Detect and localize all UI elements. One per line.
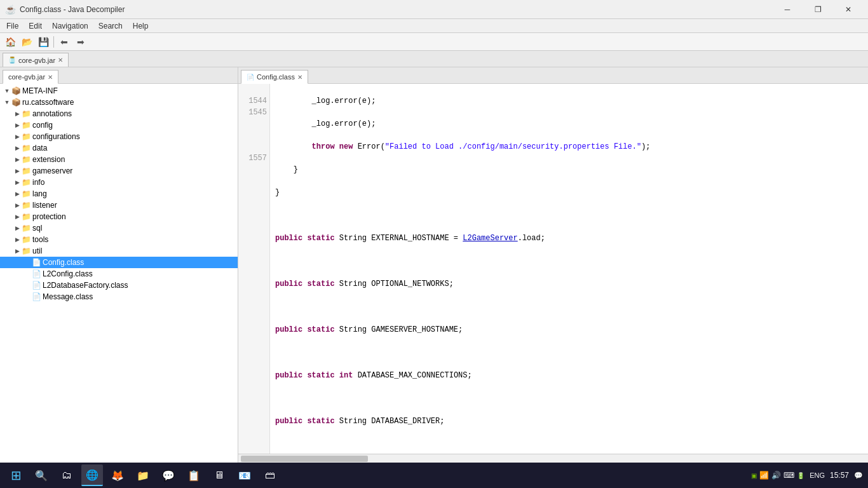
toolbar-home[interactable]: 🏠 xyxy=(3,35,18,49)
horizontal-scrollbar[interactable] xyxy=(238,454,868,463)
tree-icon-metainf: 📦 xyxy=(11,86,21,95)
tree-toggle-ru[interactable]: ▼ xyxy=(3,98,11,107)
tree-node-gameserver[interactable]: ▶ 📁 gameserver xyxy=(0,165,238,177)
keyboard-icon: ⌨ xyxy=(783,471,794,480)
tree-toggle-l2db-class xyxy=(23,281,32,290)
menu-help[interactable]: Help xyxy=(128,19,154,32)
tree-node-l2config-class[interactable]: 📄 L2Config.class xyxy=(0,268,238,280)
toolbar-back[interactable]: ⬅ xyxy=(57,35,72,49)
code-editor[interactable]: 1544 1545 1557 xyxy=(238,84,868,454)
window-controls: ─ ❐ ✕ xyxy=(773,0,863,19)
jar-tab-close[interactable]: ✕ xyxy=(58,57,63,64)
taskbar-firefox[interactable]: 🦊 xyxy=(107,464,128,486)
taskbar-time: 15:57 xyxy=(830,471,849,480)
panel-tab-jar-close[interactable]: ✕ xyxy=(48,74,53,81)
code-tab-close[interactable]: ✕ xyxy=(297,74,302,81)
file-tab-jar[interactable]: 🫙 core-gvb.jar ✕ xyxy=(3,53,69,67)
taskbar-screen[interactable]: 🖥 xyxy=(208,464,230,486)
panel-tab-jar[interactable]: core-gvb.jar ✕ xyxy=(3,70,58,84)
tree-toggle-annotations[interactable]: ▶ xyxy=(13,109,22,118)
main-area: core-gvb.jar ✕ ▼ 📦 META-INF ▼ 📦 ru.catss… xyxy=(0,67,868,463)
tree-toggle-listener[interactable]: ▶ xyxy=(13,201,22,210)
toolbar-save[interactable]: 💾 xyxy=(36,35,51,49)
tree-toggle-l2config-class xyxy=(23,269,32,278)
tree-toggle-extension[interactable]: ▶ xyxy=(13,155,22,164)
menu-file[interactable]: File xyxy=(1,19,24,32)
taskbar-notes[interactable]: 📋 xyxy=(183,464,205,486)
taskbar-start[interactable]: ⊞ xyxy=(5,464,27,486)
battery-icon: 🔋 xyxy=(797,472,804,479)
tree-node-config-class[interactable]: 📄 Config.class xyxy=(0,257,238,268)
title-bar: ☕ Config.class - Java Decompiler ─ ❐ ✕ xyxy=(0,0,868,19)
tree-toggle-configurations[interactable]: ▶ xyxy=(13,132,22,141)
menu-search[interactable]: Search xyxy=(93,19,128,32)
tree-node-lang[interactable]: ▶ 📁 lang xyxy=(0,188,238,200)
taskbar-search[interactable]: 🔍 xyxy=(31,464,52,486)
menu-navigation[interactable]: Navigation xyxy=(47,19,93,32)
tree-toggle-data[interactable]: ▶ xyxy=(13,144,22,152)
tree-node-tools[interactable]: ▶ 📁 tools xyxy=(0,234,238,245)
tree-toggle-config[interactable]: ▶ xyxy=(13,121,22,130)
tree-node-config[interactable]: ▶ 📁 config xyxy=(0,119,238,131)
notification-icon[interactable]: 💬 xyxy=(854,471,863,480)
network-icon: 📶 xyxy=(759,471,769,480)
tree-node-extension[interactable]: ▶ 📁 extension xyxy=(0,154,238,165)
taskbar-mail[interactable]: 📧 xyxy=(234,464,255,486)
code-content: 1544 1545 1557 xyxy=(238,84,868,454)
tree-icon-util: 📁 xyxy=(22,247,31,255)
minimize-button[interactable]: ─ xyxy=(773,0,802,19)
code-tab-config[interactable]: 📄 Config.class ✕ xyxy=(241,70,308,84)
taskbar-taskview[interactable]: 🗂 xyxy=(56,464,78,486)
tree-label-metainf: META-INF xyxy=(22,86,58,95)
file-tab-bar: 🫙 core-gvb.jar ✕ xyxy=(0,51,868,67)
window-title: Config.class - Java Decompiler xyxy=(20,5,125,14)
tree-node-ru[interactable]: ▼ 📦 ru.catssoftware xyxy=(0,97,238,108)
taskbar-archive[interactable]: 🗃 xyxy=(259,464,281,486)
tree-node-metainf[interactable]: ▼ 📦 META-INF xyxy=(0,85,238,97)
code-tab-label: Config.class xyxy=(257,73,295,81)
tree-icon-extension: 📁 xyxy=(22,155,31,164)
jar-tab-icon: 🫙 xyxy=(8,57,16,64)
tree-icon-config-class: 📄 xyxy=(32,258,41,267)
h-scroll-thumb[interactable] xyxy=(241,456,368,462)
volume-icon: 🔊 xyxy=(771,471,781,480)
title-bar-left: ☕ Config.class - Java Decompiler xyxy=(5,4,125,15)
tree-icon-lang: 📁 xyxy=(22,189,31,198)
tree-toggle-lang[interactable]: ▶ xyxy=(13,189,22,198)
tree-node-protection[interactable]: ▶ 📁 protection xyxy=(0,211,238,222)
tree-toggle-metainf[interactable]: ▼ xyxy=(3,86,11,95)
tree-node-listener[interactable]: ▶ 📁 listener xyxy=(0,200,238,211)
tree-toggle-info[interactable]: ▶ xyxy=(13,178,22,187)
tree-label-l2config-class: L2Config.class xyxy=(43,269,93,278)
taskbar-explorer[interactable]: 📁 xyxy=(132,464,154,486)
tree-toggle-gameserver[interactable]: ▶ xyxy=(13,166,22,175)
tree-label-sql: sql xyxy=(32,224,42,233)
sys-icons: ▣ 📶 🔊 ⌨ 🔋 xyxy=(751,471,804,480)
tree-node-annotations[interactable]: ▶ 📁 annotations xyxy=(0,108,238,119)
tree-node-info[interactable]: ▶ 📁 info xyxy=(0,177,238,188)
tree-node-util[interactable]: ▶ 📁 util xyxy=(0,245,238,257)
tree-label-protection: protection xyxy=(32,212,66,221)
tree-label-config-class: Config.class xyxy=(43,258,84,267)
tree-icon-l2config-class: 📄 xyxy=(32,269,41,278)
tree-node-sql[interactable]: ▶ 📁 sql xyxy=(0,222,238,234)
tree-node-message-class[interactable]: 📄 Message.class xyxy=(0,291,238,302)
tree-label-config: config xyxy=(32,121,53,130)
toolbar-open[interactable]: 📂 xyxy=(19,35,34,49)
tree-icon-annotations: 📁 xyxy=(22,109,31,118)
tree-node-data[interactable]: ▶ 📁 data xyxy=(0,142,238,154)
taskbar-edge[interactable]: 🌐 xyxy=(81,464,103,486)
close-button[interactable]: ✕ xyxy=(834,0,863,19)
tree-toggle-protection[interactable]: ▶ xyxy=(13,212,22,221)
menu-edit[interactable]: Edit xyxy=(24,19,47,32)
tree-toggle-sql[interactable]: ▶ xyxy=(13,224,22,233)
tree-label-ru: ru.catssoftware xyxy=(22,98,74,107)
tree-toggle-util[interactable]: ▶ xyxy=(13,247,22,255)
toolbar-forward[interactable]: ➡ xyxy=(73,35,88,49)
tree-node-l2db-class[interactable]: 📄 L2DatabaseFactory.class xyxy=(0,280,238,291)
tree-node-configurations[interactable]: ▶ 📁 configurations xyxy=(0,131,238,142)
taskbar-messenger[interactable]: 💬 xyxy=(158,464,179,486)
maximize-button[interactable]: ❐ xyxy=(803,0,832,19)
tree-toggle-tools[interactable]: ▶ xyxy=(13,235,22,244)
tree-icon-data: 📁 xyxy=(22,144,31,152)
